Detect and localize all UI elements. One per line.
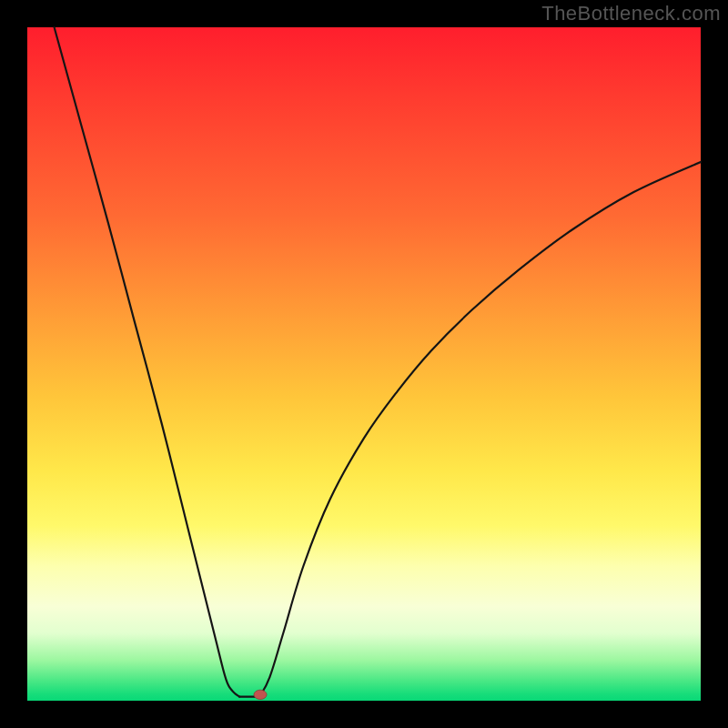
watermark-text: TheBottleneck.com bbox=[541, 2, 721, 25]
curve-left-branch bbox=[55, 27, 240, 697]
chart-container: TheBottleneck.com bbox=[0, 0, 728, 728]
curve-right-branch bbox=[259, 162, 701, 697]
curve-layer bbox=[27, 27, 701, 701]
optimum-marker bbox=[254, 690, 267, 699]
plot-area bbox=[27, 27, 701, 701]
